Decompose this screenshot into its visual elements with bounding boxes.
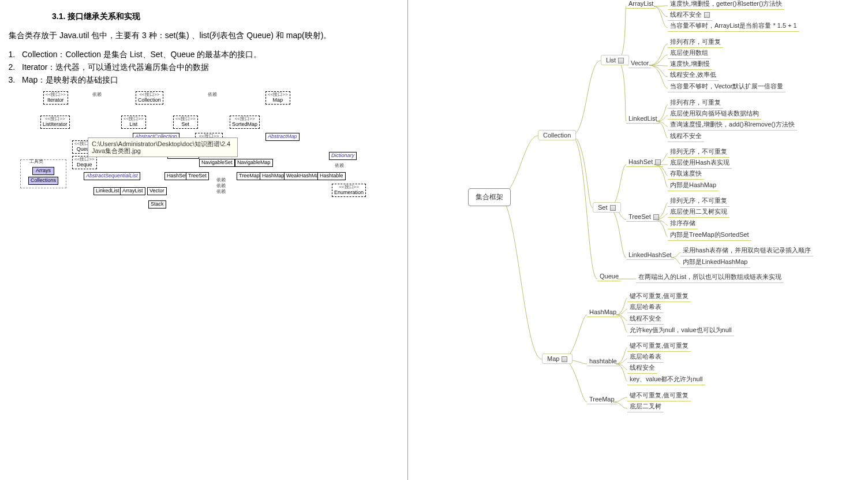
uml-arraylist: ArrayList [120,187,145,195]
mm-leaf: 排序存储 [668,219,698,229]
uml-treemap: TreeMap [237,172,262,180]
mm-leaf: 速度快,增删慢 [668,59,712,70]
uml-diagram: <<接口>>Iterator 依赖 <<接口>>Collection 依赖 <<… [12,91,381,224]
mm-leaf: 底层使用Hash表实现 [668,158,732,169]
uml-abstractmap: AbstractMap [265,133,300,141]
uml-depend-label: 依赖 [92,92,102,98]
mm-leaf: 查询速度慢,增删快，add()和remove()方法快 [668,120,797,131]
list-item: Collection：Collection 是集合 List、Set、Queue… [17,50,390,60]
mm-linkedlist: LinkedList [626,115,660,124]
uml-navigablemap: NavigableMap [235,159,273,167]
note-icon [610,205,616,211]
uml-util-label: 工具类 [29,159,43,165]
mm-leaf: 存取速度快 [668,169,704,180]
uml-map: <<接口>>Map [265,91,290,105]
mm-leaf: 速度快,增删慢，getter()和setter()方法快 [668,0,784,10]
mm-leaf: 键不可重复,值可重复 [627,391,691,401]
mm-collection: Collection [538,130,576,140]
uml-iterator: <<接口>>Iterator [43,91,68,105]
list-item: Map：是映射表的基础接口 [17,75,390,85]
mm-list: List [601,55,629,65]
definition-list: Collection：Collection 是集合 List、Set、Queue… [6,50,390,85]
mm-leaf: 底层使用二叉树实现 [668,207,729,218]
mindmap: 集合框架 Collection Map List ArrayList 速度快,增… [408,0,868,480]
uml-vector: Vector [147,187,167,195]
mm-leaf: 允许key值为null，value也可以为null [627,326,734,336]
mm-leaf: key、value都不允许为null [627,375,705,385]
mm-leaf: 底层哈希表 [627,352,664,363]
mm-map: Map [542,354,573,364]
note-icon [653,214,659,220]
uml-linkedlist: LinkedList [93,187,122,195]
mm-leaf: 线程安全,效率低 [668,70,719,81]
uml-depend-label: 依赖 [208,92,217,98]
uml-depend-label: 依赖 [216,178,226,183]
uml-collection: <<接口>>Collection [136,91,163,105]
mm-leaf: 底层二叉树 [627,402,664,412]
mm-leaf: 排列有序，可重复 [668,98,723,109]
mm-hashmap: HashMap [587,308,619,317]
uml-arrays: Arrays [32,167,54,175]
mm-leaf: 底层使用数组 [668,49,710,59]
mm-leaf: 线程不安全 [668,10,712,21]
mm-root: 集合框架 [468,188,511,206]
mm-leaf: 底层使用双向循环链表数据结构 [668,109,761,120]
mm-leaf: 底层哈希表 [627,303,664,313]
mm-arraylist: ArrayList [626,0,656,9]
mm-hashset: HashSet [626,158,663,167]
uml-depend-label: 依赖 [335,163,344,169]
image-path-tooltip: C:\Users\Administrator\Desktop\doc\知识图谱\… [88,137,238,157]
mm-leaf: 线程安全 [627,363,657,374]
list-item: Iterator：迭代器，可以通过迭代器遍历集合中的数据 [17,62,390,73]
uml-depend-label: 依赖 [216,189,226,195]
document-left-page: 3.1. 接口继承关系和实现 集合类存放于 Java.util 包中，主要有 3… [0,0,408,480]
note-icon [562,356,567,362]
uml-hashmap: HashMap [260,172,287,180]
mm-leaf: 内部是LinkedHashMap [680,258,750,268]
uml-hashtable: Hashtable [317,172,346,180]
mm-leaf: 键不可重复,值可重复 [627,292,691,302]
mm-linkedhashset: LinkedHashSet [626,251,674,260]
mm-leaf: 采用hash表存储，并用双向链表记录插入顺序 [680,246,813,256]
uml-navigableset: NavigableSet [199,159,235,167]
uml-stack: Stack [148,200,166,209]
document-right-page: 集合框架 Collection Map List ArrayList 速度快,增… [408,0,868,480]
mm-leaf: 当容量不够时，ArrayList是当前容量 * 1.5 + 1 [668,21,799,32]
mm-leaf: 内部是TreeMap的SortedSet [668,230,751,241]
uml-enumeration: <<接口>>Enumeration [332,184,366,197]
mm-queue: Queue [597,273,621,281]
uml-set: <<接口>>Set [173,116,198,129]
mm-leaf: 当容量不够时，Vector默认扩展一倍容量 [668,82,785,92]
uml-dictionary: Dictionary [329,152,357,160]
mm-vector: Vector [628,59,651,68]
uml-listiterator: <<接口>>ListIterator [40,116,70,129]
uml-list: <<接口>>List [121,116,146,129]
mm-leaf: 在两端出入的List，所以也可以用数组或链表来实现 [636,273,784,283]
note-icon [704,12,710,18]
uml-sortedmap: <<接口>>SortedMap [230,116,260,129]
uml-deque: <<接口>>Deque [72,156,97,169]
section-heading: 3.1. 接口继承关系和实现 [52,12,390,22]
mm-leaf: 排列有序，可重复 [668,38,723,48]
mm-leaf: 内部是HashMap [668,181,719,191]
mm-treemap: TreeMap [587,396,617,404]
mm-leaf: 排列无序，不可重复 [668,147,729,158]
note-icon [655,159,661,165]
mm-leaf: 线程不安全 [668,132,704,142]
mm-hashtable: hashtable [587,358,619,366]
mm-leaf: 键不可重复,值可重复 [627,341,691,352]
mm-set: Set [593,202,621,213]
mm-leaf: 线程不安全 [627,314,664,325]
intro-paragraph: 集合类存放于 Java.util 包中，主要有 3 种：set(集) 、list… [9,31,390,41]
mm-treeset: TreeSet [626,213,661,222]
uml-collections: Collections [28,177,58,185]
note-icon [618,58,624,64]
uml-depend-label: 依赖 [216,184,226,189]
uml-treeset: TreeSet [186,172,209,180]
mm-leaf: 排列无序，不可重复 [668,196,729,207]
uml-abstractsequentiallist: AbstractSequentialList [84,172,140,180]
